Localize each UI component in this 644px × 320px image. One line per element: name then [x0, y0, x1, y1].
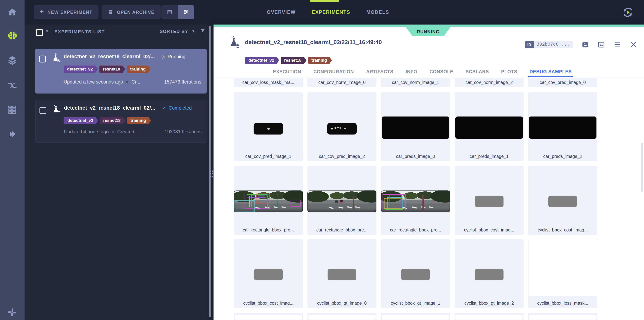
- debug-sample-card[interactable]: cyclist_bbox_gt_image_2: [455, 239, 524, 308]
- funnel-icon[interactable]: [200, 28, 206, 34]
- open-archive-button[interactable]: OPEN ARCHIVE: [102, 5, 160, 19]
- bbox-overlay: [422, 195, 424, 212]
- updated-text: Updated a few seconds ago: [64, 79, 123, 85]
- detail-scrollbar[interactable]: [641, 142, 643, 192]
- sample-label: car_cov_pred_image_2: [309, 154, 375, 159]
- experiment-tags: detectnet_v2 resnet18 training: [64, 66, 152, 73]
- pipelines-icon[interactable]: [6, 80, 18, 91]
- sample-label: car_cov_pred_image_0: [530, 80, 596, 85]
- select-all-caret-icon[interactable]: ▾: [46, 29, 48, 34]
- auto-refresh-icon[interactable]: [622, 6, 634, 18]
- debug-sample-card[interactable]: car_rectangle_bbox_pre...: [234, 166, 303, 235]
- sample-label: car_cov_norm_image_0: [309, 80, 375, 85]
- tab-plots[interactable]: PLOTS: [501, 66, 517, 77]
- debug-sample-card[interactable]: cyclist_bbox_loss_mask...: [528, 239, 597, 308]
- play-outline-icon: [162, 54, 165, 59]
- debug-sample-card[interactable]: [308, 313, 376, 320]
- tag[interactable]: training: [127, 117, 151, 124]
- sample-image: [234, 315, 302, 320]
- debug-sample-card[interactable]: cyclist_bbox_cost_imag...: [528, 166, 597, 235]
- tab-console[interactable]: CONSOLE: [430, 66, 453, 77]
- experiment-row-completed[interactable]: detectnet_v2_resnet18_clearml_02/... Com…: [35, 100, 208, 142]
- debug-sample-card[interactable]: cyclist_bbox_cost_imag...: [234, 239, 303, 308]
- tab-debug-samples[interactable]: DEBUG SAMPLES: [530, 66, 572, 77]
- sorted-by-caret-icon[interactable]: ▾: [192, 29, 194, 34]
- tab-execution[interactable]: EXECUTION: [273, 66, 301, 77]
- debug-sample-card[interactable]: car_rectangle_bbox_pre...: [381, 166, 450, 235]
- slack-icon[interactable]: [6, 306, 18, 318]
- debug-sample-card[interactable]: [381, 313, 450, 320]
- debug-sample-card[interactable]: cyclist_bbox_gt_image_1: [381, 239, 450, 308]
- tag[interactable]: detectnet_v2: [245, 57, 279, 64]
- sample-image: [475, 269, 504, 280]
- experiments-list-header: ▾ EXPERIMENTS LIST SORTED BY ▾: [24, 24, 214, 44]
- sample-image: [456, 116, 523, 139]
- tag[interactable]: detectnet_v2: [64, 66, 98, 73]
- debug-sample-card[interactable]: car_cov_pred_image_1: [234, 92, 303, 161]
- experiment-checkbox[interactable]: [39, 56, 46, 62]
- select-all-checkbox[interactable]: [36, 29, 43, 36]
- top-bar: + NEW EXPERIMENT OPEN ARCHIVE OVERVIEW E…: [0, 0, 644, 24]
- debug-sample-card[interactable]: car_rectangle_bbox_pre...: [308, 166, 376, 235]
- experiment-meta: Updated 4 hours ago Created ... 193081 I…: [64, 129, 202, 134]
- updated-text: Updated 4 hours ago: [64, 129, 109, 134]
- tag[interactable]: training: [308, 57, 332, 64]
- table-view-toggle[interactable]: [162, 5, 178, 19]
- debug-sample-card[interactable]: car_cov_norm_image_2: [455, 78, 524, 88]
- debug-sample-card[interactable]: cyclist_bbox_cost_imag...: [455, 166, 524, 235]
- reports-icon[interactable]: [6, 128, 18, 140]
- sample-label: car_preds_image_2: [530, 154, 596, 159]
- image-preview-icon[interactable]: [597, 40, 605, 48]
- menu-icon[interactable]: [613, 40, 621, 48]
- check-icon: [162, 105, 166, 111]
- tag[interactable]: resnet18: [100, 117, 126, 124]
- new-experiment-button[interactable]: + NEW EXPERIMENT: [34, 5, 98, 19]
- debug-sample-card[interactable]: [528, 313, 597, 320]
- brain-icon[interactable]: [6, 30, 18, 42]
- tab-overview[interactable]: OVERVIEW: [267, 10, 296, 15]
- sample-label: car_rectangle_bbox_pre...: [382, 228, 448, 232]
- tab-scalars[interactable]: SCALARS: [466, 66, 489, 77]
- tag[interactable]: training: [127, 66, 151, 73]
- split-view-toggle[interactable]: [178, 5, 194, 19]
- tab-models[interactable]: MODELS: [366, 10, 389, 15]
- tab-configuration[interactable]: CONFIGURATION: [314, 66, 354, 77]
- panel-resize-handle[interactable]: [210, 170, 213, 179]
- experiment-title: detectnet_v2_resnet18_clearml_02/...: [64, 105, 155, 111]
- debug-sample-card[interactable]: [455, 313, 524, 320]
- sample-label: cyclist_bbox_gt_image_1: [382, 301, 448, 306]
- experiment-checkbox[interactable]: [40, 107, 46, 114]
- bbox-overlay: [290, 200, 300, 206]
- tab-experiments[interactable]: EXPERIMENTS: [312, 10, 350, 15]
- debug-sample-card[interactable]: car_cov_pred_image_0: [528, 78, 597, 88]
- bbox-overlay: [277, 194, 278, 212]
- tab-info[interactable]: INFO: [406, 66, 417, 77]
- debug-sample-card[interactable]: car_cov_pred_image_2: [308, 92, 376, 161]
- experiment-row-running[interactable]: detectnet_v2_resnet18_clearml_02/... Run…: [35, 49, 206, 94]
- details-pane-icon[interactable]: [581, 40, 589, 48]
- experiment-id-chip[interactable]: ID 382b07c8 ...: [525, 41, 573, 48]
- debug-sample-card[interactable]: car_preds_image_0: [381, 92, 450, 161]
- id-value: 382b07c8 ...: [534, 41, 573, 48]
- sorted-by-button[interactable]: SORTED BY: [160, 29, 188, 34]
- debug-sample-card[interactable]: [234, 313, 303, 320]
- tabs-divider: [214, 77, 644, 78]
- tag[interactable]: resnet18: [100, 66, 125, 73]
- workers-icon[interactable]: [6, 104, 18, 115]
- home-icon[interactable]: [6, 6, 18, 18]
- debug-sample-card[interactable]: car_cov_loss_mask_ima...: [234, 78, 303, 88]
- debug-sample-card[interactable]: cyclist_bbox_gt_image_0: [308, 239, 376, 308]
- bbox-overlay: [234, 200, 254, 212]
- debug-sample-card[interactable]: car_cov_norm_image_1: [381, 78, 450, 88]
- debug-sample-card[interactable]: car_preds_image_2: [528, 92, 597, 161]
- tag[interactable]: detectnet_v2: [64, 117, 98, 124]
- tag[interactable]: resnet18: [281, 57, 307, 64]
- debug-sample-card[interactable]: car_cov_norm_image_0: [308, 78, 376, 88]
- new-experiment-label: NEW EXPERIMENT: [48, 10, 92, 14]
- tab-artifacts[interactable]: ARTIFACTS: [366, 66, 394, 77]
- close-icon[interactable]: [630, 40, 637, 48]
- sample-label: car_preds_image_1: [456, 154, 522, 159]
- status-top-border: [214, 24, 644, 27]
- layers-icon[interactable]: [6, 54, 18, 66]
- debug-sample-card[interactable]: car_preds_image_1: [455, 92, 524, 161]
